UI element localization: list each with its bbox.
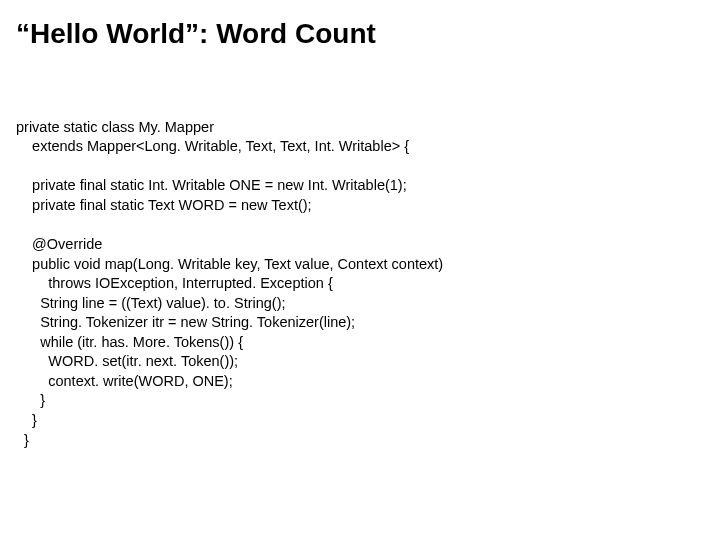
code-line: context. write(WORD, ONE); (16, 373, 233, 389)
code-block: private static class My. Mapper extends … (16, 98, 704, 450)
slide-title: “Hello World”: Word Count (16, 18, 704, 50)
code-line: while (itr. has. More. Tokens()) { (16, 334, 243, 350)
code-line: String. Tokenizer itr = new String. Toke… (16, 314, 355, 330)
code-line: } (16, 412, 37, 428)
code-line: private static class My. Mapper (16, 119, 214, 135)
code-line: String line = ((Text) value). to. String… (16, 295, 286, 311)
code-line: } (16, 392, 45, 408)
code-line: @Override (16, 236, 102, 252)
code-line: WORD. set(itr. next. Token()); (16, 353, 238, 369)
code-line: private final static Text WORD = new Tex… (16, 197, 312, 213)
code-line: private final static Int. Writable ONE =… (16, 177, 407, 193)
code-line: throws IOException, Interrupted. Excepti… (16, 275, 333, 291)
code-line: public void map(Long. Writable key, Text… (16, 256, 443, 272)
code-line: } (16, 432, 29, 448)
code-line: extends Mapper<Long. Writable, Text, Tex… (16, 138, 409, 154)
